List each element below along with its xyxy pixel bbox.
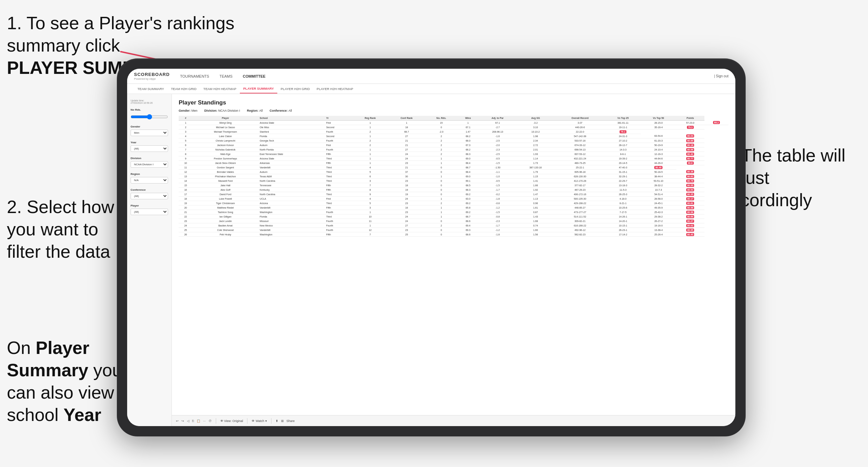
points-value: 80.49 — [654, 166, 663, 169]
points-value: 80.27 — [686, 220, 694, 223]
filters-row: Gender: Men Division: NCAA Division I Re… — [179, 109, 728, 112]
points-value: 80.8 — [687, 162, 694, 165]
sidebar-region: Region N/A — [131, 173, 168, 184]
points-value: 80.18 — [686, 144, 694, 147]
sub-player-summary[interactable]: PLAYER SUMMARY — [240, 84, 277, 93]
ann2-text: 2. Select how you want to filter the dat… — [7, 197, 114, 262]
logo-sub: Powered by clippi — [134, 77, 170, 81]
year-select[interactable]: (All) — [131, 145, 168, 152]
clock-btn[interactable]: ⏱ — [209, 419, 212, 423]
col-player: Player — [192, 116, 258, 121]
app-content: Update time: 27/03/2024 16:56:26 No Rds.… — [127, 94, 735, 426]
conference-select[interactable]: (All) — [131, 193, 168, 199]
player-label: Player — [131, 204, 168, 207]
sub-team-h2h-heatmap[interactable]: TEAM H2H HEATMAP — [200, 84, 240, 93]
col-points: Points — [676, 116, 704, 121]
conference-label: Conference — [131, 188, 168, 191]
division-label: Division — [131, 157, 168, 160]
sign-out[interactable]: | Sign out — [714, 74, 728, 78]
table-row: 19Tiger ChristensenArizonaThird523269.2-… — [179, 201, 728, 205]
sub-team-summary[interactable]: TEAM SUMMARY — [134, 84, 167, 93]
no-rds-slider[interactable] — [131, 114, 168, 120]
filter-gender: Gender: Men — [179, 109, 198, 112]
redo-btn[interactable]: ↪ — [181, 419, 184, 423]
col-school: School — [258, 116, 325, 121]
sidebar-player: Player (All) — [131, 204, 168, 215]
tablet-screen: SCOREBOARD Powered by clippi TOURNAMENTS… — [127, 69, 735, 426]
table-row: 10Jacob Skov-OlesenArkansasFifth123168.4… — [179, 161, 728, 165]
logo-text: SCOREBOARD — [134, 72, 170, 77]
points-value: 88.2 — [713, 121, 720, 124]
standings-table: # Player School Yr Reg Rank Conf Rank No… — [179, 116, 728, 237]
copy-btn[interactable]: ⎘ — [192, 419, 194, 423]
watch-btn[interactable]: 👁 Watch ▾ — [252, 419, 267, 423]
nav-teams[interactable]: TEAMS — [220, 73, 233, 80]
export-btn[interactable]: ⬆ — [276, 419, 278, 423]
grid-btn[interactable]: ⊞ — [281, 419, 284, 423]
table-row: 14Maxwell FordNorth CarolinaThird323069.… — [179, 179, 728, 183]
sidebar-conference: Conference (All) — [131, 188, 168, 199]
nav-tournaments[interactable]: TOURNAMENTS — [180, 73, 209, 80]
table-row: 18Luke PowellUCLAFirst424163.0-1.81.1350… — [179, 197, 728, 201]
points-value: 80.89 — [686, 139, 694, 142]
view-original-btn[interactable]: 👁 View: Original — [220, 419, 243, 423]
col-adj: Adj. to Par — [479, 116, 516, 121]
table-row: 8Mats EgeEast Tennessee StateFifth124268… — [179, 152, 728, 156]
region-label: Region — [131, 173, 168, 176]
points-value: 80.54 — [686, 188, 694, 191]
sub-player-h2h-grid[interactable]: PLAYER H2H GRID — [277, 84, 313, 93]
sub-player-h2h-heatmap[interactable]: PLAYER H2H HEATMAP — [313, 84, 357, 93]
table-row: 12Brendan ValdesAuburnThird537068.4-1.11… — [179, 170, 728, 174]
col-no-rds: No. Rds. — [425, 116, 457, 121]
back-btn[interactable]: ◁ — [187, 419, 189, 423]
col-avg-sg: Avg SG — [516, 116, 555, 121]
points-value: 80.17 — [686, 197, 694, 200]
year-label: Year — [131, 141, 168, 144]
region-select[interactable]: N/A — [131, 177, 168, 184]
table-row: 13Phichaksn MaichonTexas A&MThird630169.… — [179, 174, 728, 179]
toolbar-sep-3 — [271, 418, 271, 424]
app-nav: SCOREBOARD Powered by clippi TOURNAMENTS… — [127, 69, 735, 84]
nav-items: TOURNAMENTS TEAMS COMMITTEE — [180, 73, 714, 80]
sub-nav: TEAM SUMMARY TEAM H2H GRID TEAM H2H HEAT… — [127, 84, 735, 94]
table-row: 17David FordNorth CarolinaThird919069.2-… — [179, 192, 728, 197]
no-rds-label: No Rds. — [131, 108, 168, 111]
share-btn[interactable]: Share — [287, 419, 295, 423]
col-wins: Wins — [457, 116, 479, 121]
table-row: 22Ian GilliganFloridaThird1024168.7-0.81… — [179, 214, 728, 219]
table-row: 3Michael ThorbjornsenStanfordFourth268.7… — [179, 130, 728, 134]
gender-select[interactable]: Men — [131, 130, 168, 136]
col-yr: Yr — [325, 116, 353, 121]
filter-conference: Conference: All — [270, 109, 292, 112]
sub-team-h2h-grid[interactable]: TEAM H2H GRID — [167, 84, 200, 93]
page-title: Player Standings — [179, 99, 728, 106]
division-select[interactable]: NCAA Division I — [131, 161, 168, 168]
points-value: 80.83 — [686, 175, 694, 178]
points-value: 80.98 — [686, 211, 694, 214]
paste-btn[interactable]: 📋 — [197, 419, 200, 423]
toolbar-sep-2 — [247, 418, 247, 424]
points-value: 80.45 — [686, 233, 694, 236]
points-value: 80.98 — [686, 206, 694, 209]
points-value: 79.1 — [620, 130, 626, 133]
col-top25: Vs Top 25 — [605, 116, 641, 121]
dots-btn[interactable]: ··· — [203, 419, 206, 423]
points-value: 80.56 — [686, 148, 694, 151]
sidebar-year: Year (All) — [131, 141, 168, 152]
points-value: 80.81 — [686, 202, 694, 205]
table-row: 5Christo LamprechtGeorgia TechFourth2212… — [179, 138, 728, 143]
points-value: 80.36 — [686, 170, 694, 173]
ann4-text1: On — [7, 338, 36, 358]
table-row: 4Luke ClatonFloridaSecond127268.2-1.61.9… — [179, 134, 728, 138]
nav-committee[interactable]: COMMITTEE — [243, 73, 266, 80]
player-select[interactable]: (All) — [131, 209, 168, 215]
table-row: 24Bastien AmatNew MexicoFourth127269.4-1… — [179, 223, 728, 228]
points-value: 80.04 — [686, 134, 694, 137]
points-value: 79.3 — [687, 126, 694, 129]
table-row: 9Preston SummerhaysArizona StateThird124… — [179, 156, 728, 161]
bottom-toolbar: ↩ ↪ ◁ ⎘ 📋 ··· ⏱ 👁 View: Original 👁 Watch… — [172, 415, 735, 426]
table-row: 21Tashiron SongWashingtonFourth123169.2-… — [179, 210, 728, 214]
table-row: 15Jake HallTennesseeFifth718068.5-1.51.6… — [179, 183, 728, 188]
undo-btn[interactable]: ↩ — [176, 419, 179, 423]
main-panel: Player Standings Gender: Men Division: N… — [172, 94, 735, 426]
